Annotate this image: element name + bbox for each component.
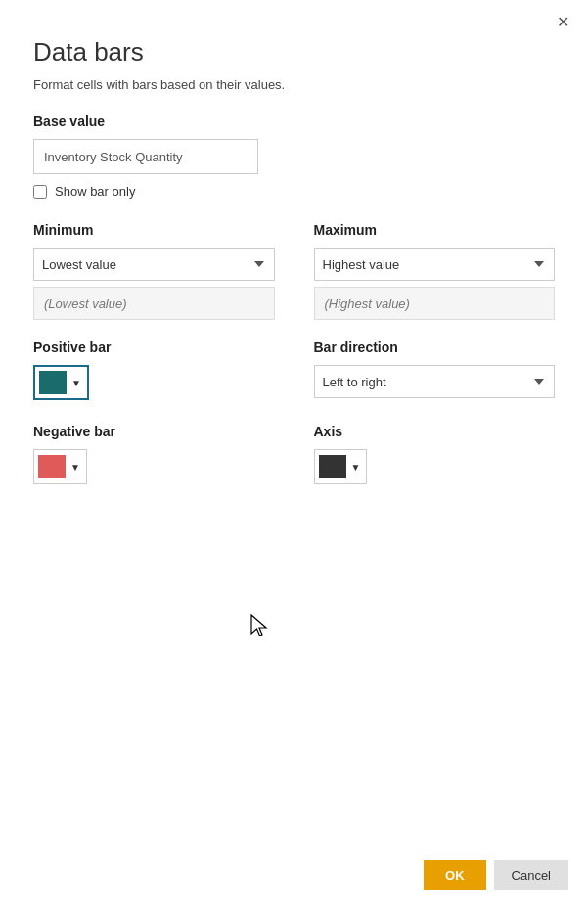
minimum-value-input[interactable]: [33, 287, 275, 320]
axis-color-swatch: [319, 455, 346, 478]
show-bar-only-checkbox[interactable]: [33, 185, 47, 199]
dialog-body: Data bars Format cells with bars based o…: [0, 33, 588, 684]
maximum-col: Maximum Highest value Number Percent For…: [314, 222, 556, 320]
base-value-input[interactable]: [33, 139, 258, 174]
maximum-value-input[interactable]: [314, 287, 556, 320]
positive-bar-color-arrow-icon: ▼: [69, 378, 83, 388]
close-icon: ✕: [557, 13, 569, 31]
min-max-row: Minimum Lowest value Number Percent Form…: [33, 222, 555, 320]
negative-bar-axis-row: Negative bar ▼ Axis ▼: [33, 424, 555, 484]
positive-bar-col: Positive bar ▼: [33, 340, 275, 404]
bar-direction-select[interactable]: Left to right Right to left Context: [314, 365, 556, 398]
show-bar-only-label: Show bar only: [55, 184, 135, 199]
axis-color-button[interactable]: ▼: [314, 449, 368, 484]
minimum-col: Minimum Lowest value Number Percent Form…: [33, 222, 275, 320]
title-bar: ✕: [0, 0, 588, 33]
axis-label: Axis: [314, 424, 556, 439]
negative-bar-label: Negative bar: [33, 424, 275, 439]
ok-button[interactable]: OK: [424, 860, 486, 890]
maximum-label: Maximum: [314, 222, 556, 238]
positive-bar-color-button[interactable]: ▼: [33, 365, 89, 400]
axis-col: Axis ▼: [314, 424, 556, 484]
positive-bar-direction-row: Positive bar ▼ Bar direction Left to rig…: [33, 340, 555, 404]
axis-color-arrow-icon: ▼: [349, 462, 363, 473]
cancel-button[interactable]: Cancel: [494, 860, 568, 890]
base-value-label: Base value: [33, 113, 555, 129]
positive-bar-label: Positive bar: [33, 340, 275, 355]
minimum-select[interactable]: Lowest value Number Percent Formula Perc…: [33, 248, 275, 281]
negative-bar-color-arrow-icon: ▼: [68, 462, 82, 473]
close-button[interactable]: ✕: [551, 10, 574, 33]
positive-bar-color-swatch: [39, 371, 67, 394]
negative-bar-color-swatch: [38, 455, 66, 478]
show-bar-only-row: Show bar only: [33, 184, 555, 199]
bar-direction-label: Bar direction: [314, 340, 556, 355]
negative-bar-color-button[interactable]: ▼: [33, 449, 87, 484]
dialog: ✕ Data bars Format cells with bars based…: [0, 0, 588, 906]
dialog-title: Data bars: [33, 37, 555, 68]
dialog-subtitle: Format cells with bars based on their va…: [33, 77, 555, 92]
negative-bar-col: Negative bar ▼: [33, 424, 275, 484]
minimum-label: Minimum: [33, 222, 275, 238]
bar-direction-col: Bar direction Left to right Right to lef…: [314, 340, 556, 404]
dialog-footer: OK Cancel: [0, 844, 588, 906]
maximum-select[interactable]: Highest value Number Percent Formula Per…: [314, 248, 556, 281]
